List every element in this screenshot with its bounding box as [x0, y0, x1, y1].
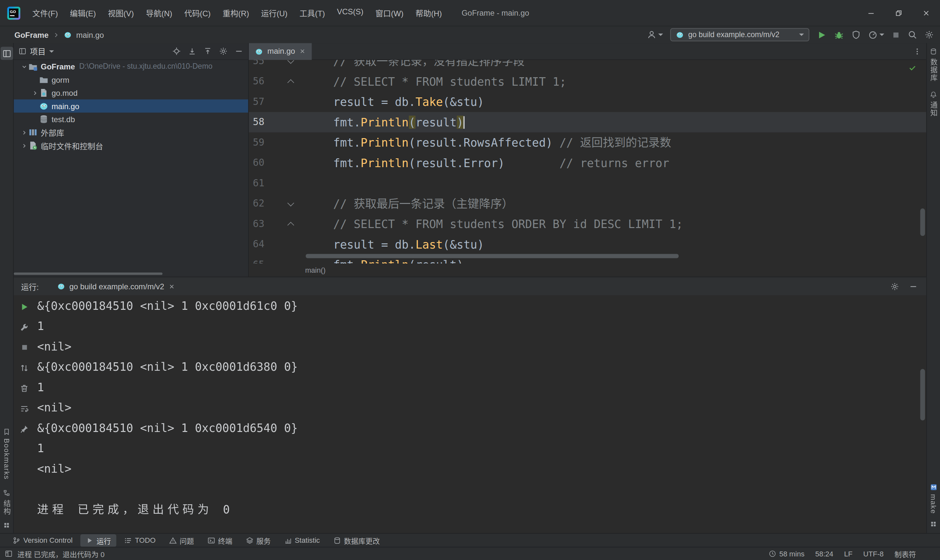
database-stripe-button[interactable]: 数据库	[928, 58, 938, 82]
stripe-grid-icon[interactable]	[931, 521, 937, 527]
window-minimize-button[interactable]	[857, 0, 885, 26]
project-panel-title[interactable]: 项目	[30, 46, 46, 57]
menu-item[interactable]: 文件(F)	[26, 5, 64, 21]
stripe-grid-icon[interactable]	[3, 522, 9, 528]
tree-row[interactable]: gorm	[14, 73, 248, 86]
code-line[interactable]: 58 fmt.Println(result)	[249, 112, 926, 132]
menu-item[interactable]: 帮助(H)	[409, 5, 448, 21]
editor-gutter[interactable]: 58	[249, 112, 306, 132]
code-line[interactable]: 63 // SELECT * FROM students ORDER BY id…	[249, 214, 926, 234]
stop-button[interactable]	[891, 30, 901, 39]
menu-item[interactable]: 运行(U)	[255, 5, 294, 21]
menu-item[interactable]: VCS(S)	[331, 5, 369, 21]
code-line[interactable]: 60 fmt.Println(result.Error) // returns …	[249, 153, 926, 173]
code-line[interactable]: 61	[249, 173, 926, 194]
time-tracker[interactable]: 58 mins	[769, 549, 804, 558]
window-maximize-button[interactable]	[885, 0, 912, 26]
fold-marker-icon[interactable]	[288, 201, 294, 206]
fold-marker-icon[interactable]	[288, 60, 294, 64]
menu-item[interactable]: 重构(R)	[217, 5, 255, 21]
chevron-right-icon[interactable]	[20, 142, 28, 149]
locate-icon[interactable]	[172, 46, 181, 56]
editor-gutter[interactable]: 55	[249, 60, 306, 71]
run-tab[interactable]: go build example.com/m/v2	[57, 282, 175, 291]
rerun-button[interactable]	[17, 297, 32, 317]
run-settings-gear-icon[interactable]	[890, 282, 899, 291]
chevron-right-icon[interactable]	[31, 89, 39, 96]
chevron-down-icon[interactable]	[49, 50, 54, 52]
restore-layout-button[interactable]	[17, 358, 32, 378]
code-line[interactable]: 57 result = db.Take(&stu)	[249, 92, 926, 112]
editor-gutter[interactable]: 61	[249, 173, 306, 194]
search-everywhere-button[interactable]	[908, 30, 917, 39]
breadcrumb-file[interactable]: main.go	[76, 30, 104, 39]
code-line[interactable]: 59 fmt.Println(result.RowsAffected) // 返…	[249, 132, 926, 153]
expand-all-icon[interactable]	[188, 46, 197, 56]
bookmarks-stripe-button[interactable]: Bookmarks	[2, 438, 11, 480]
tree-row[interactable]: go.mod	[14, 86, 248, 99]
soft-wrap-button[interactable]	[17, 398, 32, 419]
editor-gutter[interactable]: 59	[249, 132, 306, 153]
run-button[interactable]	[817, 30, 827, 40]
tree-row[interactable]: 临时文件和控制台	[14, 139, 248, 152]
toolwindow-button-6[interactable]: 服务	[240, 534, 276, 547]
toolwindow-button-4[interactable]: 问题	[163, 534, 199, 547]
hide-panel-icon[interactable]	[234, 46, 243, 56]
tree-row[interactable]: test.db	[14, 113, 248, 126]
toolwindow-switcher-icon[interactable]	[5, 550, 13, 558]
chevron-right-icon[interactable]	[20, 129, 28, 135]
toolwindow-button-5[interactable]: 终端	[202, 534, 237, 547]
close-icon[interactable]	[168, 283, 175, 289]
editor-gutter[interactable]: 56	[249, 71, 306, 92]
editor-tab-main-go[interactable]: main.go	[249, 43, 312, 59]
edit-configuration-button[interactable]	[17, 317, 32, 337]
chevron-down-icon[interactable]	[20, 63, 28, 70]
toolwindow-button-7[interactable]: Statistic	[278, 535, 325, 546]
code-line[interactable]: 56 // SELECT * FROM students LIMIT 1;	[249, 71, 926, 92]
minimize-panel-icon[interactable]	[909, 282, 918, 291]
make-stripe-button[interactable]: make	[929, 494, 938, 514]
toolwindow-button-2[interactable]: 运行	[80, 534, 116, 547]
inspection-ok-icon[interactable]	[908, 63, 917, 72]
user-icon[interactable]	[647, 30, 663, 39]
toolwindow-button-3[interactable]: TODO	[119, 535, 161, 546]
editor-breadcrumb[interactable]: main()	[249, 263, 926, 277]
code-line[interactable]: 55 // 获取一条记录，没有指定排序字段	[249, 60, 926, 71]
editor-gutter[interactable]: 57	[249, 92, 306, 112]
editor-gutter[interactable]: 62	[249, 194, 306, 214]
code-line[interactable]: 64 result = db.Last(&stu)	[249, 234, 926, 255]
caret-position-widget[interactable]: 58:24	[815, 549, 833, 558]
project-horizontal-scrollbar[interactable]	[14, 273, 162, 275]
toolwindow-button-8[interactable]: 数据库更改	[328, 534, 385, 547]
run-configuration-select[interactable]: go build example.com/m/v2	[670, 28, 809, 41]
encoding-widget[interactable]: UTF-8	[863, 549, 884, 558]
editor-gutter[interactable]: 65	[249, 254, 306, 263]
console-vertical-scrollbar[interactable]	[920, 369, 925, 421]
collapse-all-icon[interactable]	[203, 46, 213, 56]
editor-gutter[interactable]: 64	[249, 234, 306, 255]
profiler-button[interactable]	[868, 30, 884, 39]
pin-tab-button[interactable]	[17, 418, 32, 439]
code-editor[interactable]: 55 // 获取一条记录，没有指定排序字段56 // SELECT * FROM…	[249, 60, 926, 263]
settings-gear-icon[interactable]	[925, 30, 934, 39]
fold-marker-icon[interactable]	[288, 78, 294, 85]
menu-item[interactable]: 工具(T)	[293, 5, 331, 21]
more-vertical-icon[interactable]	[913, 47, 922, 55]
indent-widget[interactable]: 制表符	[894, 549, 916, 559]
fold-marker-icon[interactable]	[288, 221, 294, 227]
editor-gutter[interactable]: 60	[249, 153, 306, 173]
code-line[interactable]: 62 // 获取最后一条记录（主键降序）	[249, 194, 926, 214]
debug-button[interactable]	[834, 30, 844, 40]
panel-settings-gear-icon[interactable]	[219, 46, 228, 56]
project-stripe-button[interactable]	[0, 46, 13, 60]
menu-item[interactable]: 窗口(W)	[369, 5, 409, 21]
toolwindow-button-1[interactable]: Version Control	[7, 535, 78, 546]
menu-item[interactable]: 代码(C)	[178, 5, 217, 21]
tree-row[interactable]: main.go	[14, 99, 248, 112]
window-close-button[interactable]	[912, 0, 940, 26]
notifications-stripe-button[interactable]: 通知	[928, 101, 938, 117]
coverage-button[interactable]	[851, 30, 861, 39]
clear-console-button[interactable]	[17, 378, 32, 398]
editor-gutter[interactable]: 63	[249, 214, 306, 234]
menu-item[interactable]: 导航(N)	[140, 5, 178, 21]
